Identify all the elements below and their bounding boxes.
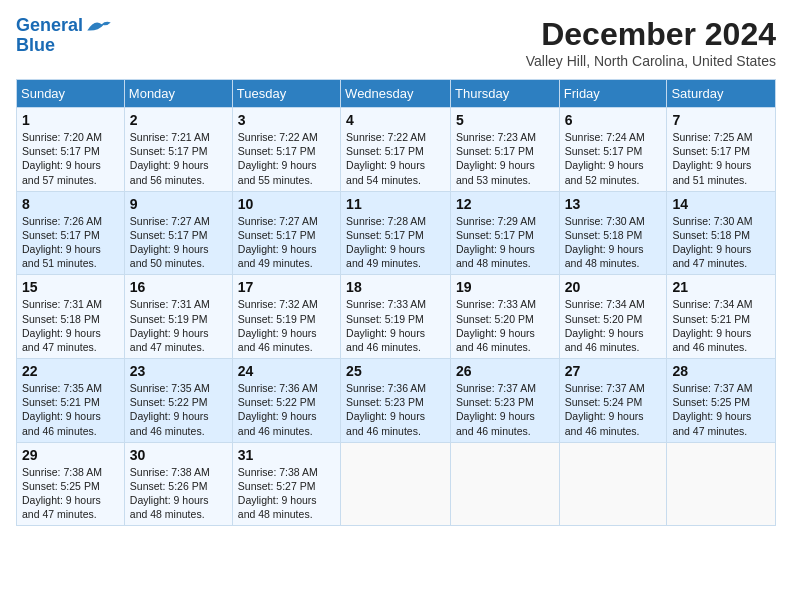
day-number: 11 — [346, 196, 445, 212]
day-number: 29 — [22, 447, 119, 463]
location: Valley Hill, North Carolina, United Stat… — [526, 53, 776, 69]
day-number: 24 — [238, 363, 335, 379]
day-number: 18 — [346, 279, 445, 295]
day-number: 9 — [130, 196, 227, 212]
day-number: 5 — [456, 112, 554, 128]
day-number: 28 — [672, 363, 770, 379]
calendar-cell: 11Sunrise: 7:28 AMSunset: 5:17 PMDayligh… — [341, 191, 451, 275]
day-number: 13 — [565, 196, 662, 212]
cell-content: Sunrise: 7:29 AMSunset: 5:17 PMDaylight:… — [456, 214, 554, 271]
weekday-header-monday: Monday — [124, 80, 232, 108]
calendar-cell: 15Sunrise: 7:31 AMSunset: 5:18 PMDayligh… — [17, 275, 125, 359]
cell-content: Sunrise: 7:24 AMSunset: 5:17 PMDaylight:… — [565, 130, 662, 187]
day-number: 10 — [238, 196, 335, 212]
cell-content: Sunrise: 7:38 AMSunset: 5:25 PMDaylight:… — [22, 465, 119, 522]
calendar-cell — [559, 442, 667, 526]
cell-content: Sunrise: 7:22 AMSunset: 5:17 PMDaylight:… — [238, 130, 335, 187]
day-number: 22 — [22, 363, 119, 379]
day-number: 27 — [565, 363, 662, 379]
cell-content: Sunrise: 7:31 AMSunset: 5:18 PMDaylight:… — [22, 297, 119, 354]
cell-content: Sunrise: 7:38 AMSunset: 5:26 PMDaylight:… — [130, 465, 227, 522]
day-number: 3 — [238, 112, 335, 128]
calendar-cell: 25Sunrise: 7:36 AMSunset: 5:23 PMDayligh… — [341, 359, 451, 443]
calendar-cell: 7Sunrise: 7:25 AMSunset: 5:17 PMDaylight… — [667, 108, 776, 192]
day-number: 2 — [130, 112, 227, 128]
cell-content: Sunrise: 7:23 AMSunset: 5:17 PMDaylight:… — [456, 130, 554, 187]
calendar-week-5: 29Sunrise: 7:38 AMSunset: 5:25 PMDayligh… — [17, 442, 776, 526]
cell-content: Sunrise: 7:37 AMSunset: 5:24 PMDaylight:… — [565, 381, 662, 438]
calendar-cell: 28Sunrise: 7:37 AMSunset: 5:25 PMDayligh… — [667, 359, 776, 443]
calendar-cell: 1Sunrise: 7:20 AMSunset: 5:17 PMDaylight… — [17, 108, 125, 192]
cell-content: Sunrise: 7:20 AMSunset: 5:17 PMDaylight:… — [22, 130, 119, 187]
calendar-cell: 8Sunrise: 7:26 AMSunset: 5:17 PMDaylight… — [17, 191, 125, 275]
calendar-cell: 10Sunrise: 7:27 AMSunset: 5:17 PMDayligh… — [232, 191, 340, 275]
cell-content: Sunrise: 7:33 AMSunset: 5:19 PMDaylight:… — [346, 297, 445, 354]
day-number: 31 — [238, 447, 335, 463]
day-number: 17 — [238, 279, 335, 295]
calendar-cell: 21Sunrise: 7:34 AMSunset: 5:21 PMDayligh… — [667, 275, 776, 359]
calendar-cell: 6Sunrise: 7:24 AMSunset: 5:17 PMDaylight… — [559, 108, 667, 192]
day-number: 15 — [22, 279, 119, 295]
calendar-cell: 17Sunrise: 7:32 AMSunset: 5:19 PMDayligh… — [232, 275, 340, 359]
calendar-cell: 23Sunrise: 7:35 AMSunset: 5:22 PMDayligh… — [124, 359, 232, 443]
logo-blue: Blue — [16, 35, 55, 55]
cell-content: Sunrise: 7:34 AMSunset: 5:21 PMDaylight:… — [672, 297, 770, 354]
calendar-cell: 27Sunrise: 7:37 AMSunset: 5:24 PMDayligh… — [559, 359, 667, 443]
calendar-cell: 16Sunrise: 7:31 AMSunset: 5:19 PMDayligh… — [124, 275, 232, 359]
day-number: 23 — [130, 363, 227, 379]
day-number: 20 — [565, 279, 662, 295]
day-number: 6 — [565, 112, 662, 128]
weekday-header-tuesday: Tuesday — [232, 80, 340, 108]
calendar-cell: 19Sunrise: 7:33 AMSunset: 5:20 PMDayligh… — [451, 275, 560, 359]
day-number: 26 — [456, 363, 554, 379]
cell-content: Sunrise: 7:37 AMSunset: 5:23 PMDaylight:… — [456, 381, 554, 438]
calendar-cell: 26Sunrise: 7:37 AMSunset: 5:23 PMDayligh… — [451, 359, 560, 443]
calendar-cell: 24Sunrise: 7:36 AMSunset: 5:22 PMDayligh… — [232, 359, 340, 443]
calendar-cell — [451, 442, 560, 526]
calendar-cell: 29Sunrise: 7:38 AMSunset: 5:25 PMDayligh… — [17, 442, 125, 526]
day-number: 19 — [456, 279, 554, 295]
day-number: 1 — [22, 112, 119, 128]
cell-content: Sunrise: 7:30 AMSunset: 5:18 PMDaylight:… — [565, 214, 662, 271]
calendar-week-1: 1Sunrise: 7:20 AMSunset: 5:17 PMDaylight… — [17, 108, 776, 192]
calendar-week-4: 22Sunrise: 7:35 AMSunset: 5:21 PMDayligh… — [17, 359, 776, 443]
logo-bird-icon — [85, 17, 113, 35]
day-number: 12 — [456, 196, 554, 212]
day-number: 8 — [22, 196, 119, 212]
calendar-cell: 20Sunrise: 7:34 AMSunset: 5:20 PMDayligh… — [559, 275, 667, 359]
cell-content: Sunrise: 7:35 AMSunset: 5:21 PMDaylight:… — [22, 381, 119, 438]
day-number: 25 — [346, 363, 445, 379]
cell-content: Sunrise: 7:26 AMSunset: 5:17 PMDaylight:… — [22, 214, 119, 271]
weekday-header-saturday: Saturday — [667, 80, 776, 108]
calendar-cell — [667, 442, 776, 526]
weekday-header-thursday: Thursday — [451, 80, 560, 108]
cell-content: Sunrise: 7:33 AMSunset: 5:20 PMDaylight:… — [456, 297, 554, 354]
cell-content: Sunrise: 7:22 AMSunset: 5:17 PMDaylight:… — [346, 130, 445, 187]
logo-general: General — [16, 15, 83, 35]
cell-content: Sunrise: 7:34 AMSunset: 5:20 PMDaylight:… — [565, 297, 662, 354]
calendar-cell: 4Sunrise: 7:22 AMSunset: 5:17 PMDaylight… — [341, 108, 451, 192]
calendar-cell: 30Sunrise: 7:38 AMSunset: 5:26 PMDayligh… — [124, 442, 232, 526]
cell-content: Sunrise: 7:28 AMSunset: 5:17 PMDaylight:… — [346, 214, 445, 271]
cell-content: Sunrise: 7:31 AMSunset: 5:19 PMDaylight:… — [130, 297, 227, 354]
calendar-week-3: 15Sunrise: 7:31 AMSunset: 5:18 PMDayligh… — [17, 275, 776, 359]
cell-content: Sunrise: 7:27 AMSunset: 5:17 PMDaylight:… — [238, 214, 335, 271]
day-number: 4 — [346, 112, 445, 128]
logo: General Blue — [16, 16, 113, 56]
weekday-header-row: SundayMondayTuesdayWednesdayThursdayFrid… — [17, 80, 776, 108]
calendar-table: SundayMondayTuesdayWednesdayThursdayFrid… — [16, 79, 776, 526]
month-year: December 2024 — [526, 16, 776, 53]
day-number: 21 — [672, 279, 770, 295]
calendar-cell: 12Sunrise: 7:29 AMSunset: 5:17 PMDayligh… — [451, 191, 560, 275]
calendar-cell: 18Sunrise: 7:33 AMSunset: 5:19 PMDayligh… — [341, 275, 451, 359]
day-number: 14 — [672, 196, 770, 212]
title-area: December 2024 Valley Hill, North Carolin… — [526, 16, 776, 69]
cell-content: Sunrise: 7:27 AMSunset: 5:17 PMDaylight:… — [130, 214, 227, 271]
calendar-cell: 2Sunrise: 7:21 AMSunset: 5:17 PMDaylight… — [124, 108, 232, 192]
cell-content: Sunrise: 7:32 AMSunset: 5:19 PMDaylight:… — [238, 297, 335, 354]
cell-content: Sunrise: 7:35 AMSunset: 5:22 PMDaylight:… — [130, 381, 227, 438]
cell-content: Sunrise: 7:21 AMSunset: 5:17 PMDaylight:… — [130, 130, 227, 187]
day-number: 30 — [130, 447, 227, 463]
cell-content: Sunrise: 7:30 AMSunset: 5:18 PMDaylight:… — [672, 214, 770, 271]
cell-content: Sunrise: 7:37 AMSunset: 5:25 PMDaylight:… — [672, 381, 770, 438]
